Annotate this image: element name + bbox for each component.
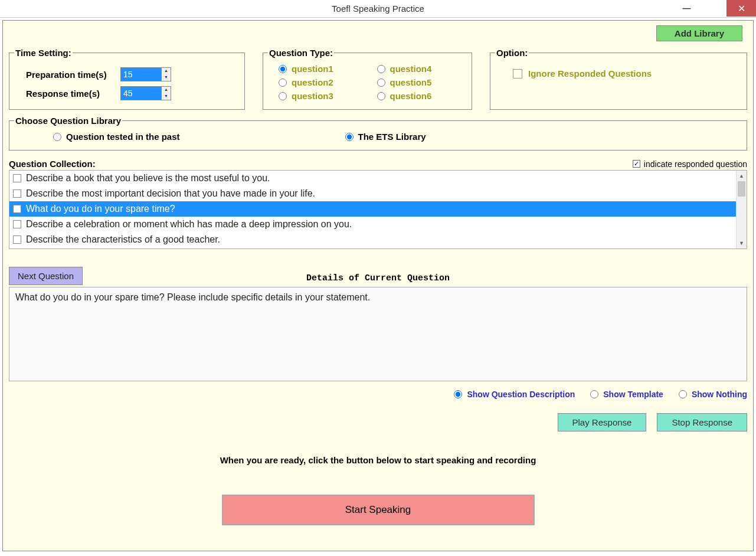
question-listbox[interactable]: Describe a book that you believe is the … [9, 170, 747, 249]
show-template-option[interactable]: Show Template [590, 390, 663, 399]
library-panel: Choose Question Library Question tested … [9, 116, 747, 151]
library-ets-radio[interactable] [345, 133, 354, 141]
library-ets-option[interactable]: The ETS Library [345, 132, 426, 142]
question-type-radio[interactable] [377, 79, 385, 87]
question-type-option[interactable]: question6 [377, 91, 464, 101]
stop-response-button[interactable]: Stop Response [657, 413, 747, 431]
question-type-option[interactable]: question1 [279, 64, 365, 74]
details-box: What do you do in your spare time? Pleas… [9, 287, 747, 381]
question-type-option[interactable]: question2 [279, 77, 365, 87]
app-body: Add Library Time Setting: Preparation ti… [2, 20, 754, 551]
play-response-button[interactable]: Play Response [558, 413, 647, 431]
list-item-checkbox[interactable] [13, 189, 21, 198]
question-type-label: question1 [292, 64, 333, 74]
library-ets-label: The ETS Library [358, 132, 426, 142]
start-speaking-button[interactable]: Start Speaking [222, 495, 535, 525]
question-type-label: question3 [292, 91, 333, 101]
resp-time-input[interactable] [120, 86, 162, 100]
maximize-button[interactable] [700, 0, 726, 17]
question-type-radio[interactable] [279, 65, 287, 73]
show-description-radio[interactable] [454, 390, 462, 398]
question-type-panel: Question Type: question1question4questio… [263, 48, 472, 110]
show-nothing-label: Show Nothing [692, 390, 747, 399]
list-item-text: Describe the most important decision tha… [26, 188, 315, 199]
show-nothing-radio[interactable] [679, 390, 687, 398]
question-type-radio[interactable] [377, 92, 385, 100]
list-item-text: Describe a celebration or moment which h… [26, 219, 352, 230]
list-item-checkbox[interactable] [13, 205, 21, 213]
library-past-radio[interactable] [53, 133, 61, 141]
close-button[interactable]: ✕ [726, 0, 756, 17]
window-controls: — ✕ [673, 0, 756, 17]
time-setting-panel: Time Setting: Preparation time(s) ▲▼ Res… [9, 48, 245, 110]
list-item[interactable]: Describe a book that you believe is the … [9, 171, 747, 186]
indicate-responded-option[interactable]: ✓ indicate responded question [633, 159, 747, 169]
titlebar: Toefl Speaking Practice — ✕ [0, 0, 756, 18]
ignore-responded-checkbox[interactable] [513, 69, 522, 79]
next-question-button[interactable]: Next Question [9, 267, 83, 285]
show-description-label: Show Question Description [467, 390, 575, 399]
list-item[interactable]: Describe the characteristics of a good t… [9, 232, 747, 247]
show-template-label: Show Template [603, 390, 663, 399]
resp-time-label: Response time(s) [26, 89, 120, 99]
list-item[interactable]: Describe a celebration or moment which h… [9, 217, 747, 232]
ready-instruction: When you are ready, click the button bel… [9, 455, 747, 465]
question-type-option[interactable]: question5 [377, 77, 464, 87]
list-item-checkbox[interactable] [13, 236, 21, 244]
resp-time-arrows[interactable]: ▲▼ [162, 86, 171, 100]
option-panel: Option: Ignore Responded Questions [490, 48, 747, 110]
show-description-option[interactable]: Show Question Description [454, 390, 575, 399]
indicate-responded-label: indicate responded question [644, 159, 747, 169]
list-item[interactable]: What do you do in your spare time? [9, 201, 747, 217]
question-type-radio[interactable] [377, 65, 385, 73]
window-title: Toefl Speaking Practice [0, 4, 756, 14]
show-nothing-option[interactable]: Show Nothing [679, 390, 747, 399]
ignore-responded-label: Ignore Responded Questions [528, 68, 652, 79]
minimize-button[interactable]: — [673, 0, 700, 17]
scroll-down-icon[interactable]: ▼ [737, 238, 747, 248]
library-past-label: Question tested in the past [66, 132, 180, 142]
question-type-label: question2 [292, 77, 333, 87]
list-item-checkbox[interactable] [13, 174, 21, 182]
indicate-responded-checkbox[interactable]: ✓ [633, 160, 640, 168]
scroll-thumb[interactable] [738, 181, 745, 197]
question-type-radio[interactable] [279, 92, 287, 100]
prep-time-input[interactable] [120, 67, 162, 81]
collection-title: Question Collection: [9, 159, 96, 169]
question-type-label: question6 [390, 91, 432, 101]
scroll-up-icon[interactable]: ▲ [737, 171, 747, 181]
time-setting-legend: Time Setting: [14, 48, 73, 58]
prep-time-spinner[interactable]: ▲▼ [120, 67, 171, 81]
question-type-radio[interactable] [279, 79, 287, 87]
list-item-text: What do you do in your spare time? [26, 204, 175, 214]
library-past-option[interactable]: Question tested in the past [53, 132, 180, 142]
show-template-radio[interactable] [590, 390, 598, 398]
list-item-text: Describe the characteristics of a good t… [26, 234, 220, 245]
list-item-text: Describe a book that you believe is the … [26, 173, 270, 184]
question-type-option[interactable]: question3 [279, 91, 365, 101]
library-legend: Choose Question Library [14, 116, 122, 126]
option-legend: Option: [495, 48, 529, 58]
prep-time-arrows[interactable]: ▲▼ [162, 67, 171, 81]
question-type-legend: Question Type: [268, 48, 334, 58]
resp-time-spinner[interactable]: ▲▼ [120, 86, 171, 100]
question-type-option[interactable]: question4 [377, 64, 464, 74]
scrollbar[interactable]: ▲ ▼ [736, 171, 747, 248]
prep-time-label: Preparation time(s) [26, 70, 120, 80]
question-type-label: question5 [390, 77, 432, 87]
details-title: Details of Current Question [9, 273, 747, 283]
list-item-checkbox[interactable] [13, 220, 21, 228]
add-library-button[interactable]: Add Library [656, 25, 742, 41]
list-item[interactable]: Describe the most important decision tha… [9, 186, 747, 201]
question-type-label: question4 [390, 64, 432, 74]
